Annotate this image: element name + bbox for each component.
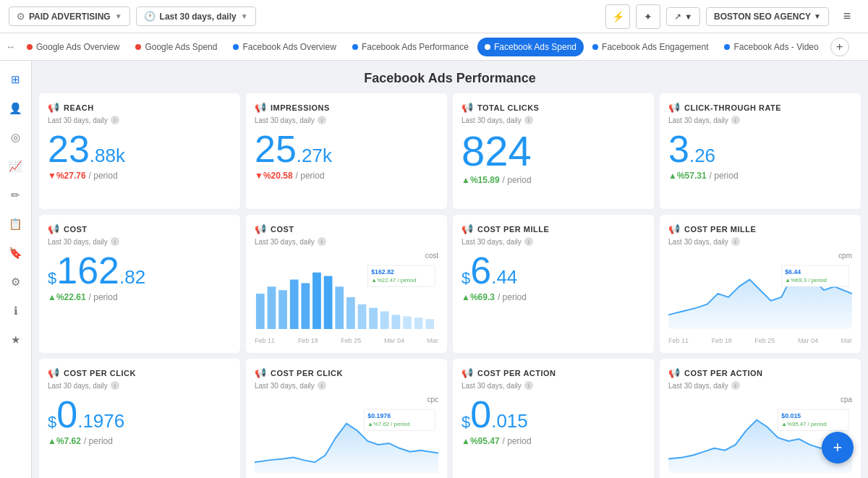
- tab-dot: [233, 44, 239, 50]
- add-widget-button[interactable]: +: [822, 432, 854, 464]
- reach-main: 23: [48, 130, 90, 168]
- card-impressions-subtitle: Last 30 days, daily i: [255, 116, 438, 124]
- clicks-period: / period: [503, 175, 532, 185]
- card-cpc: 📢 COST PER CLICK Last 30 days, daily i $…: [39, 359, 240, 478]
- info-icon[interactable]: i: [318, 116, 326, 124]
- tab-dot: [352, 44, 358, 50]
- cpa-change-value: ▲%95.47: [461, 436, 500, 446]
- cost-change: ▲%22.61 / period: [48, 292, 231, 302]
- filter-icon: ⊙: [17, 11, 25, 22]
- svg-text:$0.1976: $0.1976: [367, 412, 391, 419]
- reach-change-value: ▼%27.76: [48, 171, 86, 181]
- cpm-decimal: .44: [491, 266, 517, 289]
- info-icon[interactable]: i: [731, 116, 740, 124]
- cpm-change: ▲%69.3 / period: [461, 292, 645, 302]
- info-icon[interactable]: i: [111, 381, 119, 390]
- tab-google-ads-overview[interactable]: Google Ads Overview: [20, 38, 127, 56]
- tab-google-ads-spend[interactable]: Google Ads Spend: [128, 38, 224, 56]
- svg-rect-15: [425, 319, 434, 329]
- tab-facebook-ads-spend[interactable]: Facebook Ads Spend: [477, 38, 584, 56]
- info-icon[interactable]: i: [111, 237, 119, 246]
- info-icon[interactable]: i: [524, 381, 533, 390]
- card-cpc-subtitle: Last 30 days, daily i: [48, 381, 231, 390]
- cpc-main: 0: [56, 396, 77, 433]
- info-icon[interactable]: i: [524, 237, 533, 246]
- chevron-agency: ▼: [814, 12, 821, 20]
- agency-label: BOSTON SEO AGENCY: [714, 12, 811, 22]
- sidebar-item-goals[interactable]: ◎: [3, 124, 29, 150]
- tab-facebook-ads-overview[interactable]: Facebook Ads Overview: [226, 38, 343, 56]
- info-icon[interactable]: i: [731, 381, 740, 390]
- lightning-button[interactable]: ⚡: [605, 4, 630, 29]
- svg-text:$6.44: $6.44: [785, 268, 801, 276]
- svg-rect-10: [369, 308, 378, 329]
- tab-label: Google Ads Spend: [145, 42, 217, 52]
- info-icon[interactable]: i: [318, 381, 326, 390]
- sidebar-item-dashboard[interactable]: ⊞: [3, 67, 29, 93]
- megaphone-icon-2: 📢: [255, 102, 266, 113]
- clicks-change-value: ▲%15.89: [461, 175, 500, 185]
- card-cpc-chart-title: COST PER CLICK: [271, 369, 343, 377]
- megaphone-icon-9: 📢: [48, 367, 59, 378]
- card-cpm: 📢 COST PER MILLE Last 30 days, daily i $…: [453, 215, 654, 353]
- cpa-value: $ 0 .015: [461, 396, 645, 433]
- share-button[interactable]: ↗ ▼: [666, 7, 700, 26]
- cpc-period: / period: [84, 436, 113, 446]
- megaphone-icon-11: 📢: [461, 367, 473, 378]
- card-ctr: 📢 CLICK-THROUGH RATE Last 30 days, daily…: [660, 93, 861, 209]
- cpc-chart-area: cpc $0.1976 ▲%7.62 / period: [255, 396, 438, 478]
- add-tab-button[interactable]: +: [830, 38, 849, 56]
- sidebar-item-trends[interactable]: 📈: [3, 153, 29, 179]
- page-title: Facebook Ads Performance: [39, 71, 861, 86]
- sidebar-item-reports[interactable]: 📋: [3, 211, 29, 237]
- sidebar-item-users[interactable]: 👤: [3, 95, 29, 121]
- tab-dot: [135, 44, 141, 50]
- megaphone-icon: 📢: [48, 102, 59, 113]
- sidebar-item-bookmarks[interactable]: 🔖: [3, 240, 29, 266]
- magic-button[interactable]: ✦: [636, 4, 660, 29]
- date-range-dropdown[interactable]: 🕐 Last 30 days, daily ▼: [136, 7, 256, 26]
- filter-dropdown[interactable]: ⊙ PAID ADVERTISING ▼: [9, 7, 130, 26]
- svg-text:▲%69.3 / period: ▲%69.3 / period: [785, 277, 827, 283]
- tab-dot: [27, 44, 33, 50]
- cost-chart-area: cost: [255, 252, 438, 344]
- impressions-change: ▼%20.58 / period: [255, 171, 438, 181]
- card-cpc-chart-subtitle: Last 30 days, daily i: [255, 381, 438, 390]
- info-icon[interactable]: i: [524, 116, 533, 124]
- ctr-period: / period: [710, 171, 739, 181]
- tab-bar-icon: ↔: [6, 41, 15, 52]
- magic-icon: ✦: [644, 11, 652, 22]
- agency-dropdown[interactable]: BOSTON SEO AGENCY ▼: [706, 7, 829, 26]
- impressions-decimal: .27k: [297, 145, 332, 167]
- megaphone-icon-12: 📢: [668, 367, 680, 378]
- svg-text:▲%95.47 / period: ▲%95.47 / period: [781, 421, 826, 427]
- tab-facebook-ads-engagement[interactable]: Facebook Ads Engagement: [585, 38, 715, 56]
- cpc-change-value: ▲%7.62: [48, 436, 81, 446]
- clicks-change: ▲%15.89 / period: [461, 175, 645, 185]
- sidebar-item-edit[interactable]: ✏: [3, 182, 29, 208]
- info-icon[interactable]: i: [111, 116, 119, 124]
- tab-facebook-ads-video[interactable]: Facebook Ads - Video: [717, 38, 825, 56]
- card-clicks-title: TOTAL CLICKS: [477, 103, 539, 112]
- card-cpm-chart-title: COST PER MILLE: [684, 225, 756, 234]
- svg-text:$162.82: $162.82: [371, 268, 394, 276]
- cpc-chart-label: cpc: [255, 396, 438, 404]
- sidebar-item-settings[interactable]: ⚙: [3, 269, 29, 295]
- ctr-change-value: ▲%57.31: [668, 171, 707, 181]
- sidebar-item-info[interactable]: ℹ: [3, 298, 29, 324]
- top-bar: ⊙ PAID ADVERTISING ▼ 🕐 Last 30 days, dai…: [0, 0, 868, 33]
- sidebar-item-favorites[interactable]: ★: [3, 327, 29, 353]
- hamburger-menu[interactable]: ≡: [835, 4, 859, 29]
- ctr-value: 3 .26: [668, 130, 852, 168]
- info-icon[interactable]: i: [318, 237, 326, 246]
- share-icon: ↗: [674, 12, 681, 22]
- cpc-decimal: .1976: [77, 410, 124, 432]
- card-cpm-chart: 📢 COST PER MILLE Last 30 days, daily i c…: [660, 215, 861, 353]
- cost-symbol: $: [48, 269, 56, 288]
- tab-dot: [592, 44, 598, 50]
- card-cpa-chart-subtitle: Last 30 days, daily i: [668, 381, 852, 390]
- cpm-main: 6: [470, 252, 491, 289]
- info-icon[interactable]: i: [731, 237, 740, 246]
- tab-facebook-ads-performance[interactable]: Facebook Ads Performance: [345, 38, 476, 56]
- date-range-label: Last 30 days, daily: [160, 12, 237, 22]
